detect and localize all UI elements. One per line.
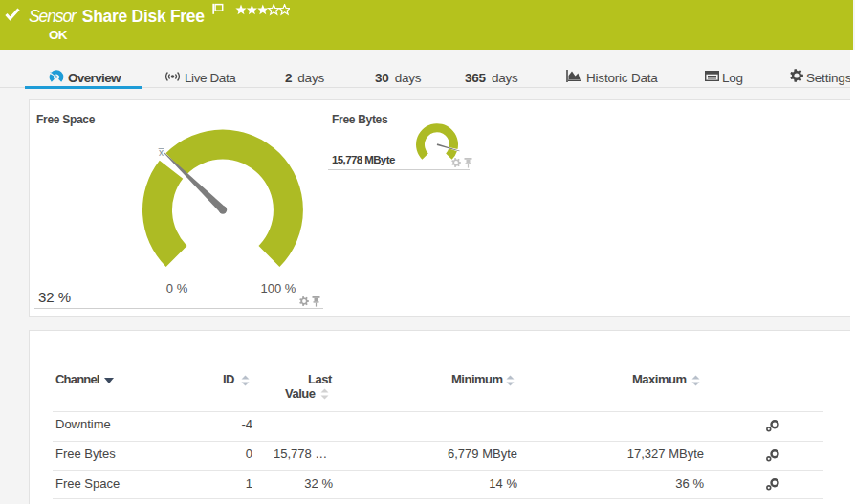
svg-text:x̅: x̅ — [158, 147, 164, 158]
